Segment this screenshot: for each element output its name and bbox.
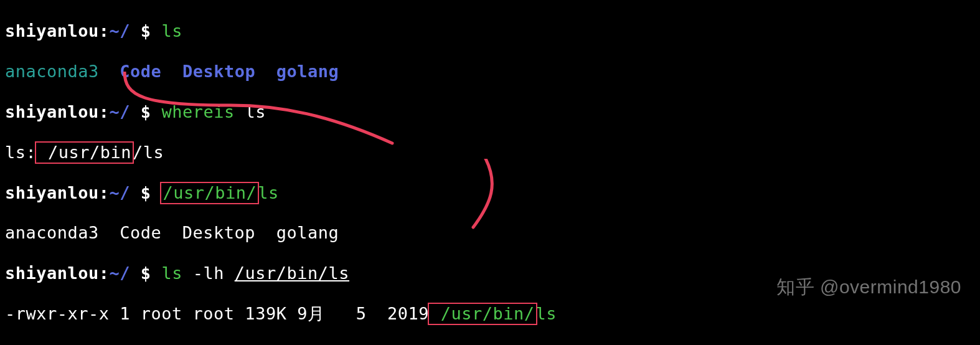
- prompt-path: ~/: [110, 183, 131, 202]
- ls-out-anaconda3: anaconda3: [5, 62, 99, 81]
- command-arg: ls: [235, 102, 266, 121]
- prompt-dollar: $: [130, 263, 161, 283]
- command-ls: ls: [161, 263, 182, 283]
- box-path-1: /usr/bin: [37, 143, 131, 162]
- whereis-prefix: ls:: [5, 143, 36, 162]
- ls-out-code: Code: [120, 62, 161, 81]
- command-ls: ls: [161, 21, 182, 40]
- ls-out-golang: golang: [276, 62, 339, 81]
- command-path-arg: /usr/bin/ls: [235, 263, 349, 283]
- prompt-path: ~/: [110, 102, 131, 121]
- terminal-line-6: anaconda3 Code Desktop golang: [5, 203, 975, 243]
- whereis-suffix: /ls: [133, 143, 164, 162]
- ls-long-output: -rwxr-xr-x 1 root root 139K 9月 5 2019: [5, 304, 429, 323]
- ls-out-desktop: Desktop: [182, 62, 255, 81]
- ls-output-plain: anaconda3 Code Desktop golang: [5, 223, 339, 242]
- command-whereis: whereis: [161, 102, 234, 121]
- prompt-path: ~/: [110, 263, 131, 283]
- ls-long-suffix: ls: [536, 304, 557, 323]
- command-flags: -lh: [182, 263, 235, 283]
- watermark-handle: @overmind1980: [820, 276, 961, 297]
- box-path-2: /usr/bin/: [163, 183, 257, 202]
- annotation-box-3: /usr/bin/: [428, 303, 537, 325]
- prompt-path: ~/: [110, 21, 131, 40]
- prompt-user: shiyanlou: [5, 102, 99, 121]
- annotation-box-1: /usr/bin: [35, 141, 134, 164]
- prompt-sep: :: [99, 183, 110, 202]
- terminal-line-9: shiyanlou:~/ $ echo $PATH: [5, 324, 975, 345]
- prompt-user: shiyanlou: [5, 183, 99, 202]
- prompt-sep: :: [99, 21, 110, 40]
- command-ls-path: ls: [258, 183, 279, 202]
- annotation-box-2: /usr/bin/: [160, 182, 259, 204]
- prompt-dollar: $: [130, 102, 161, 121]
- prompt-user: shiyanlou: [5, 21, 99, 40]
- terminal-line-4: ls: /usr/bin/ls: [5, 122, 975, 163]
- prompt-sep: :: [99, 263, 110, 283]
- terminal-line-5: shiyanlou:~/ $ /usr/bin/ls: [5, 163, 975, 203]
- terminal-line-3: shiyanlou:~/ $ whereis ls: [5, 82, 975, 123]
- watermark-zhihu: 知乎: [776, 276, 820, 297]
- prompt-user: shiyanlou: [5, 263, 99, 283]
- terminal-line-2: anaconda3 Code Desktop golang: [5, 42, 975, 82]
- prompt-sep: :: [99, 102, 110, 121]
- terminal-line-1: shiyanlou:~/ $ ls: [5, 1, 975, 42]
- box-path-3: /usr/bin/: [430, 304, 535, 323]
- prompt-dollar: $: [130, 183, 161, 202]
- prompt-dollar: $: [130, 21, 161, 40]
- watermark: 知乎 @overmind1980: [776, 276, 961, 298]
